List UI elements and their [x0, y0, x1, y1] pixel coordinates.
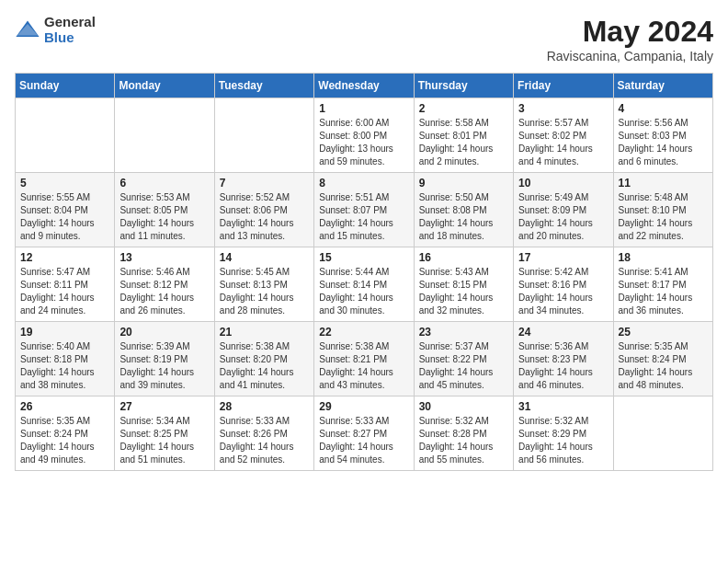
calendar-cell: 31Sunrise: 5:32 AMSunset: 8:29 PMDayligh…: [514, 396, 613, 471]
day-info: Sunrise: 6:00 AMSunset: 8:00 PMDaylight:…: [319, 117, 408, 168]
day-number: 19: [20, 326, 109, 339]
day-number: 16: [419, 251, 508, 264]
calendar-cell: 22Sunrise: 5:38 AMSunset: 8:21 PMDayligh…: [314, 322, 414, 396]
logo-blue: Blue: [44, 30, 96, 46]
day-number: 23: [419, 326, 508, 339]
logo-general: General: [44, 15, 96, 30]
calendar-cell: 10Sunrise: 5:49 AMSunset: 8:09 PMDayligh…: [514, 173, 613, 247]
day-info: Sunrise: 5:37 AMSunset: 8:22 PMDaylight:…: [419, 340, 508, 392]
day-number: 22: [319, 326, 408, 339]
calendar-cell: 23Sunrise: 5:37 AMSunset: 8:22 PMDayligh…: [414, 322, 513, 396]
calendar-cell: 28Sunrise: 5:33 AMSunset: 8:26 PMDayligh…: [214, 396, 313, 471]
calendar-cell: 29Sunrise: 5:33 AMSunset: 8:27 PMDayligh…: [314, 396, 414, 471]
calendar-table: SundayMondayTuesdayWednesdayThursdayFrid…: [15, 73, 713, 471]
day-info: Sunrise: 5:38 AMSunset: 8:20 PMDaylight:…: [220, 340, 309, 392]
location: Raviscanina, Campania, Italy: [547, 49, 713, 63]
day-info: Sunrise: 5:43 AMSunset: 8:15 PMDaylight:…: [419, 266, 508, 317]
day-number: 4: [619, 102, 708, 115]
calendar-cell: 16Sunrise: 5:43 AMSunset: 8:15 PMDayligh…: [414, 247, 513, 322]
calendar-cell: 17Sunrise: 5:42 AMSunset: 8:16 PMDayligh…: [514, 247, 613, 322]
calendar-cell: 9Sunrise: 5:50 AMSunset: 8:08 PMDaylight…: [414, 173, 513, 247]
day-info: Sunrise: 5:50 AMSunset: 8:08 PMDaylight:…: [419, 191, 508, 243]
day-number: 29: [319, 400, 408, 413]
calendar-cell: 24Sunrise: 5:36 AMSunset: 8:23 PMDayligh…: [514, 322, 613, 396]
calendar-cell: 6Sunrise: 5:53 AMSunset: 8:05 PMDaylight…: [115, 173, 214, 247]
day-number: 2: [419, 102, 508, 115]
day-number: 15: [319, 251, 408, 264]
day-number: 5: [20, 177, 109, 190]
calendar-cell: [115, 98, 214, 173]
day-number: 18: [619, 251, 708, 264]
day-info: Sunrise: 5:38 AMSunset: 8:21 PMDaylight:…: [319, 340, 408, 392]
svg-marker-1: [17, 24, 38, 36]
day-info: Sunrise: 5:44 AMSunset: 8:14 PMDaylight:…: [319, 266, 408, 317]
calendar-cell: 18Sunrise: 5:41 AMSunset: 8:17 PMDayligh…: [613, 247, 712, 322]
day-number: 1: [319, 102, 408, 115]
day-number: 27: [119, 400, 209, 413]
page-header: General Blue May 2024 Raviscanina, Campa…: [15, 15, 713, 63]
calendar-header-tuesday: Tuesday: [214, 74, 313, 98]
calendar-cell: 1Sunrise: 6:00 AMSunset: 8:00 PMDaylight…: [314, 98, 414, 173]
day-info: Sunrise: 5:49 AMSunset: 8:09 PMDaylight:…: [518, 191, 608, 243]
day-info: Sunrise: 5:35 AMSunset: 8:24 PMDaylight:…: [20, 415, 109, 466]
day-info: Sunrise: 5:33 AMSunset: 8:27 PMDaylight:…: [319, 415, 408, 466]
calendar-header-monday: Monday: [115, 74, 214, 98]
calendar-header-thursday: Thursday: [414, 74, 513, 98]
calendar-cell: 25Sunrise: 5:35 AMSunset: 8:24 PMDayligh…: [613, 322, 712, 396]
day-info: Sunrise: 5:32 AMSunset: 8:28 PMDaylight:…: [419, 415, 508, 466]
day-number: 12: [20, 251, 109, 264]
calendar-cell: [214, 98, 313, 173]
day-info: Sunrise: 5:40 AMSunset: 8:18 PMDaylight:…: [20, 340, 109, 392]
day-number: 11: [619, 177, 708, 190]
day-number: 21: [220, 326, 309, 339]
day-number: 24: [518, 326, 608, 339]
day-info: Sunrise: 5:32 AMSunset: 8:29 PMDaylight:…: [518, 415, 608, 466]
calendar-cell: 20Sunrise: 5:39 AMSunset: 8:19 PMDayligh…: [115, 322, 214, 396]
day-info: Sunrise: 5:33 AMSunset: 8:26 PMDaylight:…: [220, 415, 309, 466]
title-block: May 2024 Raviscanina, Campania, Italy: [547, 15, 713, 63]
calendar-week-row: 19Sunrise: 5:40 AMSunset: 8:18 PMDayligh…: [16, 322, 713, 396]
calendar-cell: 14Sunrise: 5:45 AMSunset: 8:13 PMDayligh…: [214, 247, 313, 322]
calendar-week-row: 5Sunrise: 5:55 AMSunset: 8:04 PMDaylight…: [16, 173, 713, 247]
day-number: 25: [619, 326, 708, 339]
day-number: 17: [518, 251, 608, 264]
calendar-cell: 21Sunrise: 5:38 AMSunset: 8:20 PMDayligh…: [214, 322, 313, 396]
day-info: Sunrise: 5:53 AMSunset: 8:05 PMDaylight:…: [119, 191, 209, 243]
calendar-cell: 13Sunrise: 5:46 AMSunset: 8:12 PMDayligh…: [115, 247, 214, 322]
day-number: 31: [518, 400, 608, 413]
month-year: May 2024: [547, 15, 713, 49]
logo: General Blue: [15, 15, 96, 45]
calendar-header-friday: Friday: [514, 74, 613, 98]
day-number: 10: [518, 177, 608, 190]
calendar-cell: 12Sunrise: 5:47 AMSunset: 8:11 PMDayligh…: [16, 247, 115, 322]
calendar-header-sunday: Sunday: [16, 74, 115, 98]
day-info: Sunrise: 5:35 AMSunset: 8:24 PMDaylight:…: [619, 340, 708, 392]
calendar-week-row: 1Sunrise: 6:00 AMSunset: 8:00 PMDaylight…: [16, 98, 713, 173]
day-number: 20: [119, 326, 209, 339]
calendar-cell: [16, 98, 115, 173]
calendar-cell: 7Sunrise: 5:52 AMSunset: 8:06 PMDaylight…: [214, 173, 313, 247]
day-number: 3: [518, 102, 608, 115]
day-info: Sunrise: 5:57 AMSunset: 8:02 PMDaylight:…: [518, 117, 608, 168]
day-info: Sunrise: 5:39 AMSunset: 8:19 PMDaylight:…: [119, 340, 209, 392]
calendar-cell: 4Sunrise: 5:56 AMSunset: 8:03 PMDaylight…: [613, 98, 712, 173]
calendar-week-row: 12Sunrise: 5:47 AMSunset: 8:11 PMDayligh…: [16, 247, 713, 322]
day-info: Sunrise: 5:58 AMSunset: 8:01 PMDaylight:…: [419, 117, 508, 168]
calendar-cell: [613, 396, 712, 471]
calendar-header-saturday: Saturday: [613, 74, 712, 98]
day-info: Sunrise: 5:51 AMSunset: 8:07 PMDaylight:…: [319, 191, 408, 243]
day-info: Sunrise: 5:34 AMSunset: 8:25 PMDaylight:…: [119, 415, 209, 466]
day-info: Sunrise: 5:42 AMSunset: 8:16 PMDaylight:…: [518, 266, 608, 317]
calendar-cell: 26Sunrise: 5:35 AMSunset: 8:24 PMDayligh…: [16, 396, 115, 471]
day-info: Sunrise: 5:56 AMSunset: 8:03 PMDaylight:…: [619, 117, 708, 168]
day-info: Sunrise: 5:47 AMSunset: 8:11 PMDaylight:…: [20, 266, 109, 317]
day-info: Sunrise: 5:36 AMSunset: 8:23 PMDaylight:…: [518, 340, 608, 392]
logo-icon: [15, 17, 40, 43]
day-info: Sunrise: 5:45 AMSunset: 8:13 PMDaylight:…: [220, 266, 309, 317]
calendar-cell: 30Sunrise: 5:32 AMSunset: 8:28 PMDayligh…: [414, 396, 513, 471]
calendar-cell: 19Sunrise: 5:40 AMSunset: 8:18 PMDayligh…: [16, 322, 115, 396]
day-info: Sunrise: 5:55 AMSunset: 8:04 PMDaylight:…: [20, 191, 109, 243]
calendar-cell: 11Sunrise: 5:48 AMSunset: 8:10 PMDayligh…: [613, 173, 712, 247]
day-number: 8: [319, 177, 408, 190]
day-number: 13: [119, 251, 209, 264]
